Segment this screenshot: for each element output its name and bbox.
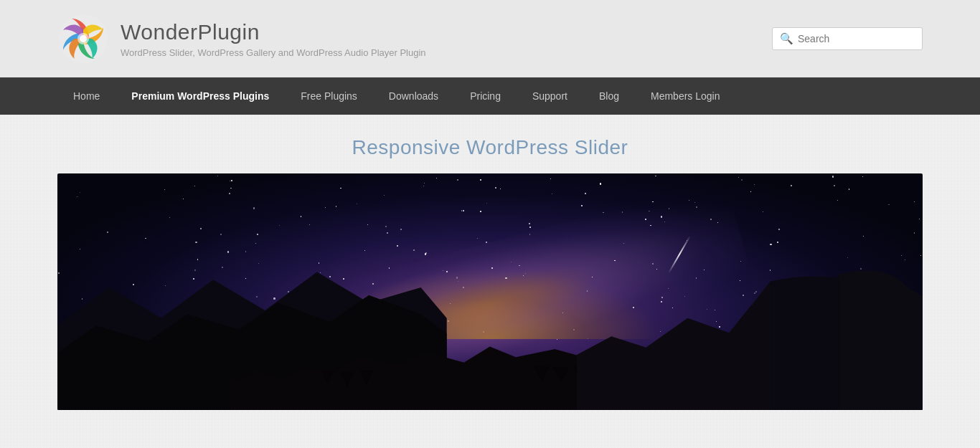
star [863, 236, 864, 237]
main-nav: HomePremium WordPress PluginsFree Plugin… [0, 77, 980, 115]
main-content: Responsive WordPress Slider [0, 115, 980, 410]
star [832, 176, 834, 177]
star [80, 192, 80, 193]
star [649, 211, 650, 212]
site-logo[interactable] [57, 13, 109, 65]
star [652, 201, 654, 203]
star [888, 204, 890, 206]
star [336, 206, 336, 206]
nav-item-home[interactable]: Home [57, 77, 116, 115]
star [227, 251, 229, 252]
star [80, 249, 80, 249]
search-box[interactable]: 🔍 [772, 27, 923, 50]
star [750, 191, 751, 192]
star [519, 265, 520, 267]
star [245, 251, 246, 252]
star [77, 196, 77, 197]
star [661, 216, 662, 217]
star [585, 193, 586, 194]
nav-item-free-plugins[interactable]: Free Plugins [285, 77, 373, 115]
star [461, 210, 462, 211]
star [791, 185, 792, 186]
star [145, 238, 146, 239]
star [357, 204, 357, 204]
star [457, 179, 458, 181]
star [645, 219, 646, 219]
star [622, 211, 623, 213]
star [710, 219, 712, 220]
star [364, 250, 365, 251]
star [400, 229, 402, 230]
star [550, 178, 551, 179]
star [385, 226, 387, 227]
star [914, 201, 915, 202]
star [413, 249, 415, 251]
star [754, 184, 755, 185]
star [231, 180, 232, 181]
site-header: WonderPlugin WordPress Slider, WordPress… [0, 0, 980, 77]
star [463, 210, 464, 211]
star [552, 194, 552, 194]
star [717, 222, 718, 223]
nav-item-pricing[interactable]: Pricing [454, 77, 517, 115]
star [230, 188, 232, 189]
star [849, 189, 850, 190]
star [664, 221, 665, 222]
nav-item-downloads[interactable]: Downloads [373, 77, 454, 115]
slider-container[interactable] [57, 173, 923, 410]
nav-item-members-login[interactable]: Members Login [635, 77, 736, 115]
star [425, 253, 426, 254]
star [367, 224, 368, 225]
nav-item-premium-wordpress-plugins[interactable]: Premium WordPress Plugins [116, 77, 285, 115]
star [486, 203, 487, 204]
star [694, 202, 695, 203]
star [600, 183, 601, 184]
star [623, 243, 624, 244]
star [696, 206, 697, 207]
star [217, 176, 218, 176]
nav-item-support[interactable]: Support [517, 77, 583, 115]
search-icon: 🔍 [780, 32, 793, 45]
star [486, 242, 487, 243]
site-tagline: WordPress Slider, WordPress Gallery and … [121, 47, 426, 58]
star [480, 211, 481, 212]
star [340, 188, 341, 189]
star [834, 185, 835, 186]
star [669, 208, 670, 209]
star [778, 229, 780, 230]
star [229, 193, 230, 194]
star [529, 223, 530, 224]
star [919, 219, 920, 219]
star [511, 262, 512, 262]
star [220, 234, 222, 235]
star [837, 200, 838, 201]
star [529, 227, 531, 228]
star [914, 232, 915, 233]
mountains-right [577, 244, 923, 410]
star [107, 232, 108, 233]
star [384, 195, 385, 196]
star [477, 238, 478, 239]
star [738, 177, 739, 178]
star [436, 178, 437, 178]
search-input[interactable] [798, 33, 915, 44]
site-title: WonderPlugin [121, 20, 426, 44]
star [255, 243, 256, 244]
star [581, 205, 583, 206]
star [169, 217, 170, 218]
star [279, 225, 280, 226]
svg-point-2 [80, 35, 87, 42]
star [495, 187, 496, 189]
star [183, 199, 184, 199]
star [164, 189, 165, 190]
star [230, 181, 230, 181]
star [387, 232, 388, 234]
star [741, 179, 743, 181]
star [253, 207, 255, 209]
star [195, 242, 197, 243]
header-text-block: WonderPlugin WordPress Slider, WordPress… [121, 20, 426, 58]
nav-item-blog[interactable]: Blog [583, 77, 635, 115]
star [480, 179, 481, 181]
star [423, 186, 424, 186]
star [200, 228, 201, 229]
